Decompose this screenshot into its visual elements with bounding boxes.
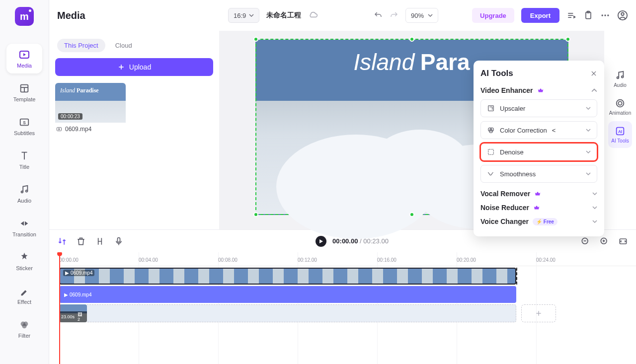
smoothness-option[interactable]: Smoothness (480, 165, 597, 183)
svg-point-31 (617, 77, 619, 79)
thumbnail-filename: 0609.mp4 (65, 126, 91, 133)
rail-audio[interactable]: Audio (6, 179, 42, 209)
rail-title-label: Title (19, 164, 29, 170)
svg-rect-37 (118, 237, 120, 242)
ruler-tick: 00:08.00 (218, 257, 238, 263)
media-panel: This Project Cloud Upload Island Paradis… (49, 31, 219, 229)
undo-button[interactable] (374, 11, 383, 20)
rail-title[interactable]: Title (6, 145, 42, 175)
title-icon (18, 150, 30, 162)
rail-transition[interactable]: Transition (6, 213, 42, 242)
rail-sticker[interactable]: Sticker (6, 246, 42, 276)
chevron-down-icon (586, 149, 591, 154)
thumbnail-image: Island Paradise 00:00:23 (55, 83, 126, 123)
ai-icon: AI (615, 126, 626, 137)
rail-effect-label: Effect (17, 299, 31, 305)
upgrade-button[interactable]: Upgrade (472, 8, 514, 23)
media-tabs: This Project Cloud (55, 31, 213, 58)
video-track[interactable]: ▶ 0609.mp4 (59, 268, 636, 285)
noise-reducer-section[interactable]: Noise Reducer (480, 201, 597, 215)
thumb-title-bold: Paradise (77, 87, 99, 94)
svg-text:AI: AI (618, 130, 622, 134)
right-rail-audio[interactable]: Audio (608, 66, 632, 92)
rail-filter[interactable]: Filter (6, 314, 42, 344)
tab-this-project[interactable]: This Project (57, 39, 105, 52)
voice-changer-label: Voice Changer (480, 218, 529, 225)
track-empty-region (87, 304, 516, 322)
playlist-icon[interactable] (566, 10, 576, 20)
thumb-title-italic: Island (60, 87, 75, 94)
chevron-down-icon (586, 171, 591, 176)
audio-track[interactable]: ▶ 0609.mp4 (59, 286, 636, 303)
svg-point-33 (618, 101, 622, 105)
timeline-ruler[interactable]: 00:00.00 00:04.00 00:08.00 00:12.00 00:1… (59, 252, 636, 266)
export-button[interactable]: Export (521, 8, 559, 23)
sort-tracks-icon[interactable] (57, 236, 67, 246)
video-enhancer-label: Video Enhancer (480, 86, 533, 94)
media-thumbnail[interactable]: Island Paradise 00:00:23 0609.mp4 (55, 83, 126, 136)
thumbnail-duration: 00:00:23 (58, 113, 82, 120)
main-area: Media 16:9 未命名工程 90% Upgrade Export This… (49, 0, 636, 364)
chevron-down-icon (586, 106, 591, 111)
voice-icon[interactable] (114, 236, 124, 246)
svg-text:S: S (23, 121, 26, 125)
video-clip[interactable]: ▶ 0609.mp4 (59, 268, 516, 285)
upscaler-icon (487, 104, 495, 112)
rail-effect[interactable]: Effect (6, 280, 42, 310)
thumb-track[interactable]: 23.00s 🖼 2 (59, 304, 636, 323)
cloud-sync-icon[interactable] (308, 10, 318, 20)
filter-icon (18, 319, 30, 331)
denoise-option[interactable]: Denoise (480, 143, 597, 161)
split-icon[interactable] (95, 236, 105, 246)
resize-handle[interactable] (253, 37, 258, 42)
denoise-label: Denoise (500, 148, 524, 156)
more-menu-icon[interactable] (600, 10, 610, 20)
right-rail-aitools[interactable]: AI AI Tools (608, 121, 632, 148)
project-name[interactable]: 未命名工程 (266, 11, 301, 20)
track-thumb-clip[interactable]: 23.00s 🖼 2 (59, 304, 87, 322)
fit-icon[interactable] (618, 236, 628, 246)
video-file-icon (56, 126, 62, 132)
canvas-title-bold: Para (420, 49, 470, 75)
close-icon[interactable] (590, 70, 597, 77)
tab-cloud[interactable]: Cloud (108, 39, 139, 52)
media-icon (18, 49, 30, 61)
delete-icon[interactable] (76, 236, 86, 246)
audio-icon (615, 70, 626, 81)
user-avatar-icon[interactable] (617, 10, 628, 21)
vocal-remover-section[interactable]: Vocal Remover (480, 187, 597, 201)
zoom-out-icon[interactable] (580, 236, 590, 246)
resize-handle[interactable] (409, 212, 414, 217)
resize-handle[interactable] (253, 212, 258, 217)
rail-template[interactable]: Template (6, 77, 42, 107)
timeline[interactable]: 00:00.00 00:04.00 00:08.00 00:12.00 00:1… (49, 252, 636, 364)
resize-handle[interactable] (565, 37, 570, 42)
aspect-ratio-select[interactable]: 16:9 (228, 8, 259, 23)
audio-clip[interactable]: ▶ 0609.mp4 (59, 286, 516, 303)
chevron-down-icon (428, 13, 433, 18)
ruler-tick: 00:12.00 (298, 257, 317, 263)
upscaler-option[interactable]: Upscaler (480, 99, 597, 117)
upload-button[interactable]: Upload (55, 58, 213, 76)
redo-button[interactable] (390, 11, 398, 20)
clipboard-icon[interactable] (583, 10, 593, 20)
add-clip-button[interactable] (521, 304, 556, 322)
zoom-select[interactable]: 90% (405, 8, 438, 23)
zoom-in-icon[interactable] (599, 236, 609, 246)
right-rail-animation-label: Animation (609, 110, 631, 116)
subtitles-icon: S (18, 116, 30, 128)
ai-tools-panel: AI Tools Video Enhancer Upscaler Color C… (474, 61, 604, 236)
play-button[interactable] (316, 236, 326, 247)
rail-subtitles[interactable]: S Subtitles (6, 111, 42, 141)
transition-icon (18, 218, 30, 229)
resize-handle[interactable] (409, 37, 414, 42)
ruler-tick: 00:20.00 (457, 257, 476, 263)
playhead[interactable] (59, 252, 60, 364)
color-correction-option[interactable]: Color Correction < (480, 121, 597, 139)
template-icon (18, 82, 30, 94)
rail-media[interactable]: Media (6, 44, 42, 73)
voice-changer-section[interactable]: Voice Changer ⚡ Free (480, 215, 597, 228)
chevron-down-icon (592, 205, 597, 210)
right-rail-animation[interactable]: Animation (608, 93, 632, 120)
video-enhancer-section[interactable]: Video Enhancer (480, 86, 597, 94)
